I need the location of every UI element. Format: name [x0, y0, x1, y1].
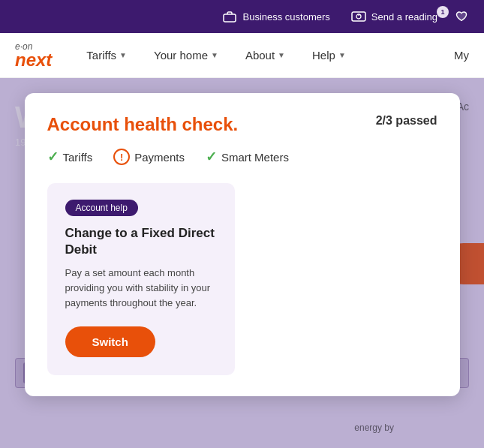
- switch-button[interactable]: Switch: [65, 326, 155, 357]
- nav-item-my[interactable]: My: [454, 49, 469, 62]
- nav-tariffs-label: Tariffs: [86, 49, 116, 62]
- account-help-card: Account help Change to a Fixed Direct De…: [47, 183, 235, 375]
- modal-header: Account health check. 2/3 passed: [47, 114, 437, 135]
- nav-item-help[interactable]: Help ▼: [308, 46, 350, 65]
- send-reading-link[interactable]: Send a reading 1: [351, 9, 469, 24]
- account-health-modal: Account health check. 2/3 passed ✓ Tarif…: [25, 93, 460, 396]
- check-warn-icon: !: [113, 149, 130, 165]
- nav-item-tariffs[interactable]: Tariffs ▼: [82, 46, 131, 65]
- logo[interactable]: e·on next: [15, 42, 52, 69]
- heart-icon: [454, 9, 469, 24]
- nav-help-label: Help: [312, 49, 335, 62]
- card-title: Change to a Fixed Direct Debit: [65, 225, 217, 258]
- card-badge: Account help: [65, 200, 138, 216]
- chevron-down-icon: ▼: [119, 51, 127, 59]
- check-smart-meters: ✓ Smart Meters: [206, 149, 289, 165]
- check-payments: ! Payments: [113, 149, 185, 165]
- svg-rect-0: [224, 14, 236, 22]
- modal-overlay: Account health check. 2/3 passed ✓ Tarif…: [0, 78, 484, 448]
- check-smart-meters-label: Smart Meters: [221, 151, 289, 164]
- notification-badge: 1: [437, 6, 449, 18]
- chevron-down-icon: ▼: [278, 51, 285, 59]
- nav-bar: e·on next Tariffs ▼ Your home ▼ About ▼ …: [0, 33, 484, 78]
- check-tariffs-label: Tariffs: [63, 151, 93, 164]
- business-customers-link[interactable]: Business customers: [222, 9, 329, 24]
- card-description: Pay a set amount each month providing yo…: [65, 266, 217, 311]
- svg-rect-1: [352, 12, 365, 21]
- business-customers-label: Business customers: [242, 11, 329, 23]
- check-tariffs: ✓ Tariffs: [47, 149, 93, 165]
- modal-title: Account health check.: [47, 114, 239, 135]
- nav-about-label: About: [245, 49, 275, 62]
- briefcase-icon: [222, 9, 237, 24]
- page-background: Wo 192 G Ac ◁ t paym payme ment is s aft…: [0, 78, 484, 448]
- checks-row: ✓ Tariffs ! Payments ✓ Smart Meters: [47, 149, 437, 165]
- check-payments-label: Payments: [134, 151, 185, 164]
- check-pass-icon-2: ✓: [206, 149, 217, 165]
- logo-next-text: next: [15, 51, 52, 69]
- nav-my-label: My: [454, 49, 469, 62]
- nav-your-home-label: Your home: [154, 49, 208, 62]
- meter-icon: [351, 9, 366, 24]
- nav-item-about[interactable]: About ▼: [241, 46, 290, 65]
- passed-badge: 2/3 passed: [376, 114, 437, 128]
- chevron-down-icon: ▼: [211, 51, 218, 59]
- send-reading-label: Send a reading: [371, 11, 437, 23]
- chevron-down-icon: ▼: [338, 51, 346, 59]
- top-bar: Business customers Send a reading 1: [0, 0, 484, 33]
- nav-item-your-home[interactable]: Your home ▼: [149, 46, 223, 65]
- check-pass-icon: ✓: [47, 149, 59, 165]
